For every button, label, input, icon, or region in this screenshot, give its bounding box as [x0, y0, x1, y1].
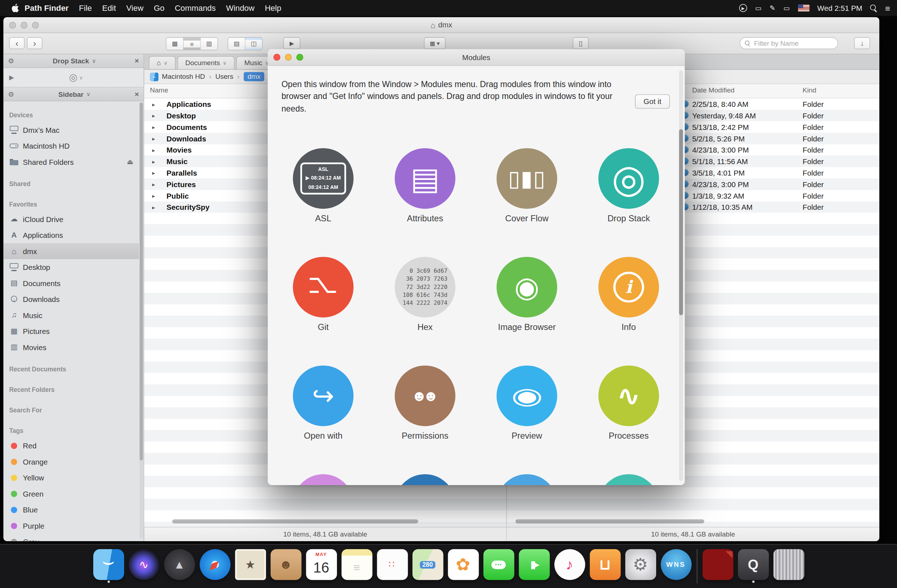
- sidebar-item[interactable]: Devices: [4, 108, 139, 122]
- module-item[interactable]: ▯▮▯ Cover Flow: [497, 148, 557, 225]
- sidebar-item[interactable]: Green: [4, 486, 139, 502]
- dock-item[interactable]: ◆: [197, 549, 233, 583]
- dock-item[interactable]: ▲: [162, 549, 197, 583]
- download-button[interactable]: ↓: [854, 37, 870, 49]
- dock-item[interactable]: ≡: [339, 549, 375, 583]
- dock-item[interactable]: ∿: [126, 549, 162, 583]
- sidebar-item[interactable]: Music: [4, 307, 139, 324]
- menu-item[interactable]: Help: [265, 4, 282, 12]
- close-icon[interactable]: ×: [135, 90, 139, 99]
- sidebar-item[interactable]: Macintosh HD: [4, 138, 139, 154]
- disclosure-triangle-icon[interactable]: ▸: [152, 158, 155, 164]
- sidebar-item[interactable]: Shared: [4, 177, 139, 190]
- filter-input[interactable]: [753, 38, 833, 47]
- dock-item[interactable]: ◥: [696, 549, 735, 583]
- play-button[interactable]: ▶: [283, 37, 300, 49]
- list-view-button[interactable]: ≡: [184, 38, 201, 50]
- breadcrumb-item[interactable]: dmx: [244, 72, 265, 81]
- module-item[interactable]: [598, 474, 659, 485]
- notification-center-icon[interactable]: ≡: [885, 3, 890, 13]
- disclosure-triangle-icon[interactable]: ▸: [152, 204, 155, 210]
- sidebar-item[interactable]: Dmx’s Mac: [4, 122, 139, 138]
- dock-item[interactable]: WNS: [658, 549, 693, 583]
- sidebar-item[interactable]: Search For: [4, 403, 139, 417]
- forward-button[interactable]: ›: [27, 37, 43, 49]
- module-item[interactable]: ↪ Open with: [293, 366, 354, 442]
- drop-stack-header[interactable]: ⚙ Drop Stack ∨ ×: [4, 54, 144, 68]
- sidebar-item[interactable]: Movies: [4, 339, 139, 356]
- sidebar-item[interactable]: Blue: [4, 502, 139, 518]
- dock-item[interactable]: [771, 549, 807, 583]
- drop-stack-pane[interactable]: ▶ ◎ ∨: [4, 68, 144, 87]
- dock-item[interactable]: ▮▸: [516, 549, 552, 583]
- menu-item[interactable]: Commands: [175, 4, 216, 12]
- sidebar-item[interactable]: Red: [4, 438, 139, 454]
- sidebar-item[interactable]: Orange: [4, 454, 139, 470]
- menu-item[interactable]: View: [126, 4, 144, 12]
- gear-icon[interactable]: ⚙: [8, 90, 14, 98]
- module-item[interactable]: ∿ Processes: [598, 366, 659, 442]
- chevron-down-icon[interactable]: ∨: [86, 91, 91, 97]
- single-pane-button[interactable]: ▤: [228, 38, 245, 50]
- disclosure-triangle-icon[interactable]: ▸: [152, 170, 155, 176]
- sidebar-item[interactable]: Documents: [4, 275, 139, 292]
- column-header-name[interactable]: Name: [150, 86, 168, 94]
- close-icon[interactable]: ×: [135, 57, 139, 65]
- sidebar-item[interactable]: Favorites: [4, 197, 139, 211]
- breadcrumb-item[interactable]: Users: [215, 73, 233, 81]
- chevron-down-icon[interactable]: ∨: [92, 58, 96, 64]
- menu-item[interactable]: Edit: [102, 4, 116, 12]
- display-icon[interactable]: ▭: [755, 4, 762, 12]
- dock-item[interactable]: Q: [735, 549, 771, 583]
- disclosure-triangle-icon[interactable]: ▸: [152, 192, 155, 199]
- info-panel-button[interactable]: ▯: [572, 37, 589, 49]
- apple-menu-icon[interactable]: [12, 4, 19, 12]
- dock-item[interactable]: ♪: [552, 549, 588, 583]
- sidebar-item[interactable]: Purple: [4, 518, 139, 534]
- folder-tab[interactable]: Documents ∨: [177, 56, 234, 69]
- module-item[interactable]: 0 3c69 6d67 36 2073 7263 72 3d22 2220 10…: [395, 257, 455, 334]
- got-it-button[interactable]: Got it: [635, 94, 670, 109]
- sidebar-item[interactable]: dmx: [4, 243, 139, 260]
- location-icon[interactable]: ▶: [739, 4, 747, 12]
- window-titlebar[interactable]: ⌂ dmx: [4, 17, 879, 34]
- disclosure-triangle-icon[interactable]: ▸: [152, 112, 155, 118]
- eject-icon[interactable]: ⏏: [127, 158, 133, 166]
- sidebar-item[interactable]: iCloud Drive: [4, 211, 139, 228]
- icon-view-button[interactable]: ▦: [166, 38, 184, 50]
- dock-item[interactable]: •••: [481, 549, 517, 583]
- back-button[interactable]: ‹: [9, 37, 24, 49]
- tab-home[interactable]: ⌂ ∨: [148, 56, 175, 69]
- dock-item[interactable]: ∷: [374, 549, 410, 583]
- sidebar-item[interactable]: Downloads: [4, 291, 139, 307]
- sidebar-item[interactable]: Gray: [4, 534, 139, 541]
- dock-item[interactable]: ⚙: [623, 549, 658, 583]
- dialog-titlebar[interactable]: Modules: [268, 49, 685, 66]
- play-icon[interactable]: ▶: [9, 74, 14, 81]
- app-menu[interactable]: Path Finder: [24, 4, 68, 12]
- dock-item[interactable]: ⊔: [587, 549, 623, 583]
- module-item[interactable]: ASL ▶ 08:24:12 AM 08:24:12 AM ASL: [293, 148, 354, 225]
- column-view-button[interactable]: ▥: [201, 38, 217, 50]
- sidebar-scrollbar[interactable]: [140, 102, 143, 539]
- module-item[interactable]: ⌥ Git: [293, 257, 354, 334]
- module-item[interactable]: ◉ Image Browser: [497, 257, 557, 334]
- sidebar-item[interactable]: Recent Documents: [4, 362, 139, 376]
- menu-item[interactable]: Go: [154, 4, 164, 12]
- sidebar-item[interactable]: Pictures: [4, 323, 139, 339]
- dock-item[interactable]: 280: [410, 549, 445, 583]
- sidebar-item[interactable]: Applications: [4, 227, 139, 243]
- column-header-kind[interactable]: Kind: [803, 86, 816, 94]
- us-flag-icon[interactable]: [798, 5, 810, 12]
- gear-icon[interactable]: ⚙: [8, 57, 14, 65]
- menu-item[interactable]: File: [79, 4, 92, 12]
- module-item[interactable]: [497, 474, 557, 485]
- dock-item[interactable]: MAY 16: [303, 549, 339, 583]
- disclosure-triangle-icon[interactable]: ▸: [152, 135, 155, 141]
- dock-item[interactable]: ☻: [268, 549, 304, 583]
- disclosure-triangle-icon[interactable]: ▸: [152, 181, 155, 187]
- dock-item[interactable]: ✿: [445, 549, 481, 583]
- dual-pane-button[interactable]: ◫: [245, 38, 262, 50]
- horizontal-scrollbar[interactable]: [516, 519, 704, 523]
- module-item[interactable]: i Info: [598, 257, 659, 334]
